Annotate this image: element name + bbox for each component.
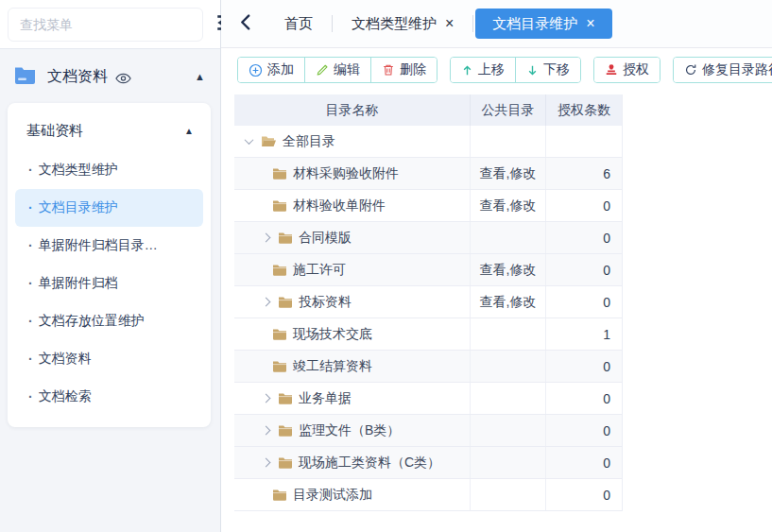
cell-auth-count: 0 — [546, 351, 622, 382]
toolbar-button-trash[interactable]: 删除 — [370, 58, 437, 82]
toolbar-button-plus-circle[interactable]: 添加 — [238, 58, 304, 82]
arrow-down-icon — [526, 64, 539, 77]
eye-icon[interactable] — [115, 73, 131, 84]
toolbar-button-label: 修复目录路径 — [702, 61, 772, 78]
chevron-right-icon[interactable] — [262, 458, 271, 468]
tab-divider — [472, 15, 473, 32]
tab[interactable]: 文档类型维护× — [335, 9, 471, 39]
tab-label: 文档目录维护 — [492, 15, 577, 33]
sidebar-item[interactable]: ·文档类型维护 — [15, 151, 203, 189]
cell-public-directory — [471, 318, 546, 350]
folder-closed-icon — [278, 392, 293, 404]
table-row[interactable]: 材料采购验收附件查看,修改6 — [234, 158, 622, 190]
cell-directory-name: 材料验收单附件 — [234, 190, 471, 221]
cell-public-directory — [471, 126, 546, 157]
toolbar-button-group: 修复目录路径 — [673, 57, 772, 83]
sidebar-item[interactable]: ·单据附件归档 — [15, 265, 203, 302]
toolbar-button-group: 添加编辑删除 — [237, 57, 437, 83]
sidebar-item-label: 文档资料 — [39, 351, 92, 368]
sidebar-group-header[interactable]: 基础资料 ▲ — [15, 111, 203, 151]
chevron-left-icon — [240, 14, 250, 33]
toolbar-button-arrow-up[interactable]: 上移 — [451, 58, 515, 82]
directory-name-label: 竣工结算资料 — [293, 358, 372, 375]
table-row[interactable]: 合同模版0 — [234, 222, 622, 254]
sidebar: 文档资料 ▲ 基础资料 ▲ ·文档类型维护·文档目录维护·单据附件归档目录…·单… — [0, 0, 221, 532]
bullet-icon: · — [28, 352, 33, 367]
table-body: 全部目录材料采购验收附件查看,修改6材料验收单附件查看,修改0合同模版0施工许可… — [234, 126, 622, 511]
close-icon[interactable]: × — [586, 16, 594, 31]
collapse-up-icon[interactable]: ▲ — [195, 72, 205, 82]
toolbar-button-refresh[interactable]: 修复目录路径 — [674, 58, 772, 82]
table-row[interactable]: 业务单据0 — [234, 383, 622, 415]
table-row[interactable]: 施工许可查看,修改0 — [234, 254, 622, 286]
cell-public-directory: 查看,修改 — [471, 254, 546, 285]
sidebar-item[interactable]: ·文档资料 — [15, 340, 203, 378]
tabs-back-button[interactable] — [234, 10, 256, 37]
bullet-icon: · — [28, 238, 33, 253]
cell-public-directory — [471, 222, 546, 253]
sidebar-menu-panel: 基础资料 ▲ ·文档类型维护·文档目录维护·单据附件归档目录…·单据附件归档·文… — [8, 103, 211, 427]
table-row[interactable]: 现场施工类资料（C类）0 — [234, 447, 622, 479]
cell-directory-name: 目录测试添加 — [234, 479, 471, 510]
folder-closed-icon — [278, 456, 293, 469]
close-icon[interactable]: × — [445, 16, 454, 31]
sidebar-search-row — [0, 0, 220, 49]
sidebar-item-list: ·文档类型维护·文档目录维护·单据附件归档目录…·单据附件归档·文档存放位置维护… — [15, 151, 203, 416]
cell-auth-count: 0 — [546, 254, 622, 285]
toolbar-button-pencil[interactable]: 编辑 — [304, 58, 370, 82]
folder-closed-icon — [272, 328, 287, 340]
bullet-icon: · — [28, 200, 33, 215]
cell-auth-count: 0 — [546, 383, 622, 414]
search-input[interactable] — [8, 8, 203, 42]
sidebar-item[interactable]: ·文档存放位置维护 — [15, 302, 203, 340]
chevron-right-icon[interactable] — [262, 298, 271, 307]
cell-auth-count: 6 — [546, 158, 622, 189]
column-header-public[interactable]: 公共目录 — [471, 94, 546, 126]
column-header-name[interactable]: 目录名称 — [234, 94, 471, 126]
arrow-up-icon — [461, 64, 473, 77]
tab-bar: 首页文档类型维护×文档目录维护× — [221, 0, 772, 48]
sidebar-item-label: 单据附件归档 — [39, 275, 118, 292]
chevron-right-icon[interactable] — [262, 426, 271, 436]
sidebar-item[interactable]: ·文档目录维护 — [15, 189, 203, 227]
sidebar-root-item[interactable]: 文档资料 ▲ — [0, 49, 220, 98]
bullet-icon: · — [28, 163, 33, 178]
table-row[interactable]: 现场技术交底1 — [234, 318, 622, 351]
directory-name-label: 材料验收单附件 — [293, 197, 386, 215]
app-window: 文档资料 ▲ 基础资料 ▲ ·文档类型维护·文档目录维护·单据附件归档目录…·单… — [0, 0, 772, 532]
sidebar-item[interactable]: ·文档检索 — [15, 378, 203, 416]
cell-public-directory: 查看,修改 — [471, 158, 546, 189]
table-row[interactable]: 投标资料查看,修改0 — [234, 286, 622, 318]
tab[interactable]: 文档目录维护× — [475, 9, 611, 39]
toolbar-button-group: 上移下移 — [450, 57, 581, 83]
cell-auth-count: 1 — [546, 318, 622, 350]
refresh-icon — [684, 63, 697, 77]
collapse-up-icon[interactable]: ▲ — [184, 127, 194, 136]
tree-indent — [246, 494, 272, 495]
table-row[interactable]: 监理文件（B类）0 — [234, 415, 622, 447]
table-row[interactable]: 全部目录 — [234, 126, 622, 158]
toolbar-button-stamp[interactable]: 授权 — [594, 58, 660, 82]
tab-label: 文档类型维护 — [352, 15, 437, 33]
table-row[interactable]: 竣工结算资料0 — [234, 351, 622, 383]
column-header-count[interactable]: 授权条数 — [546, 94, 622, 126]
tab-divider — [332, 15, 333, 32]
bullet-icon: · — [28, 276, 33, 291]
sidebar-item[interactable]: ·单据附件归档目录… — [15, 227, 203, 265]
chevron-right-icon[interactable] — [262, 394, 271, 403]
tree-indent — [246, 366, 272, 367]
sidebar-root-label: 文档资料 — [47, 67, 108, 87]
tree-indent — [246, 334, 272, 335]
cell-auth-count: 0 — [546, 447, 622, 478]
cell-auth-count: 0 — [546, 286, 622, 317]
cell-auth-count: 0 — [546, 190, 622, 221]
table-row[interactable]: 目录测试添加0 — [234, 479, 622, 511]
directory-name-label: 监理文件（B类） — [299, 422, 400, 439]
table-row[interactable]: 材料验收单附件查看,修改0 — [234, 190, 622, 222]
toolbar-button-label: 下移 — [543, 61, 570, 78]
tab[interactable]: 首页 — [267, 9, 330, 39]
chevron-right-icon[interactable] — [262, 233, 271, 243]
chevron-down-icon[interactable] — [245, 135, 254, 145]
cell-public-directory — [471, 415, 546, 446]
toolbar-button-arrow-down[interactable]: 下移 — [515, 58, 580, 82]
